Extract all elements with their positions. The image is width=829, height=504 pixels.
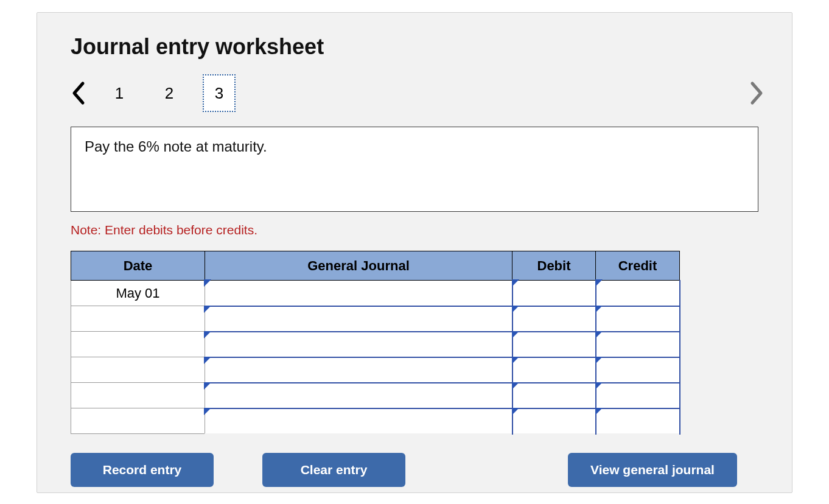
- view-general-journal-button[interactable]: View general journal: [568, 453, 737, 487]
- date-cell[interactable]: [71, 332, 205, 357]
- col-header-credit: Credit: [596, 251, 680, 281]
- note-text: Note: Enter debits before credits.: [71, 223, 758, 237]
- table-row: [71, 357, 680, 383]
- general-journal-cell[interactable]: [205, 383, 512, 408]
- date-value: May 01: [71, 285, 205, 301]
- credit-cell-input[interactable]: [596, 281, 679, 306]
- date-cell[interactable]: May 01: [71, 281, 205, 306]
- credit-cell[interactable]: [596, 332, 680, 357]
- pager-numbers: 1 2 3: [103, 74, 253, 112]
- credit-cell-input[interactable]: [596, 358, 679, 382]
- col-header-gj: General Journal: [205, 251, 512, 281]
- chevron-left-icon[interactable]: [71, 81, 88, 105]
- clear-entry-button[interactable]: Clear entry: [262, 453, 405, 487]
- page-num-3[interactable]: 3: [203, 74, 236, 112]
- pager: 1 2 3: [71, 75, 758, 111]
- journal-table: Date General Journal Debit Credit May 01: [71, 251, 680, 435]
- chevron-right-icon[interactable]: [747, 81, 764, 105]
- table-row: May 01: [71, 281, 680, 306]
- date-cell[interactable]: [71, 408, 205, 434]
- general-journal-cell-input[interactable]: [205, 281, 512, 306]
- general-journal-cell-input[interactable]: [205, 409, 512, 433]
- table-row: [71, 383, 680, 408]
- credit-cell-input[interactable]: [596, 307, 679, 331]
- page-num-1[interactable]: 1: [103, 74, 136, 112]
- general-journal-cell[interactable]: [205, 306, 512, 332]
- page-title: Journal entry worksheet: [71, 34, 758, 60]
- credit-cell[interactable]: [596, 281, 680, 306]
- debit-cell[interactable]: [512, 383, 596, 408]
- credit-cell-input[interactable]: [596, 332, 679, 357]
- col-header-debit: Debit: [512, 251, 596, 281]
- date-cell[interactable]: [71, 357, 205, 383]
- debit-cell-input[interactable]: [513, 409, 595, 433]
- debit-cell-input[interactable]: [513, 358, 595, 382]
- credit-cell[interactable]: [596, 306, 680, 332]
- table-row: [71, 332, 680, 357]
- general-journal-cell[interactable]: [205, 408, 512, 434]
- credit-cell-input[interactable]: [596, 409, 679, 433]
- table-row: [71, 408, 680, 434]
- debit-cell[interactable]: [512, 332, 596, 357]
- credit-cell[interactable]: [596, 383, 680, 408]
- general-journal-cell-input[interactable]: [205, 332, 512, 357]
- transaction-description: Pay the 6% note at maturity.: [71, 127, 758, 212]
- date-cell[interactable]: [71, 306, 205, 332]
- credit-cell[interactable]: [596, 357, 680, 383]
- general-journal-cell[interactable]: [205, 357, 512, 383]
- debit-cell[interactable]: [512, 408, 596, 434]
- journal-tbody: May 01: [71, 281, 680, 434]
- general-journal-cell[interactable]: [205, 332, 512, 357]
- debit-cell[interactable]: [512, 357, 596, 383]
- debit-cell-input[interactable]: [513, 307, 595, 331]
- general-journal-cell-input[interactable]: [205, 307, 512, 331]
- debit-cell-input[interactable]: [513, 281, 595, 306]
- col-header-date: Date: [71, 251, 205, 281]
- worksheet-panel: Journal entry worksheet 1 2 3 Pay the 6%…: [37, 12, 792, 493]
- general-journal-cell-input[interactable]: [205, 358, 512, 382]
- debit-cell[interactable]: [512, 281, 596, 306]
- record-entry-button[interactable]: Record entry: [71, 453, 214, 487]
- table-row: [71, 306, 680, 332]
- page-num-2[interactable]: 2: [153, 74, 186, 112]
- general-journal-cell-input[interactable]: [205, 383, 512, 408]
- debit-cell[interactable]: [512, 306, 596, 332]
- debit-cell-input[interactable]: [513, 383, 595, 408]
- credit-cell-input[interactable]: [596, 383, 679, 408]
- credit-cell[interactable]: [596, 408, 680, 434]
- date-cell[interactable]: [71, 383, 205, 408]
- general-journal-cell[interactable]: [205, 281, 512, 306]
- debit-cell-input[interactable]: [513, 332, 595, 357]
- button-row: Record entry Clear entry View general jo…: [71, 453, 737, 487]
